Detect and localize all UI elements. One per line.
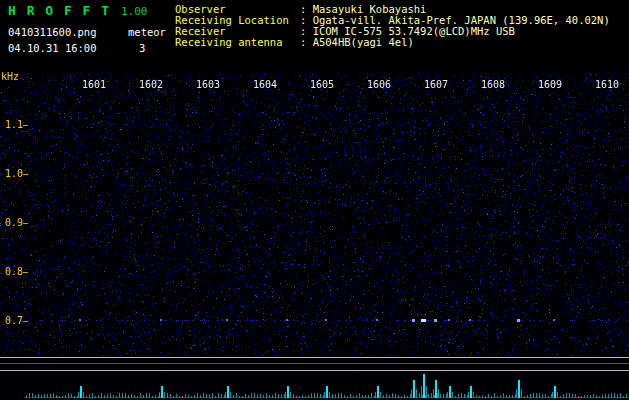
- app-version: 1.00: [121, 5, 148, 18]
- time-tick-label: 1609: [538, 79, 562, 90]
- freq-tick-label: 1.1: [5, 119, 23, 130]
- time-tick-label: 1601: [82, 79, 106, 90]
- output-filename: 0410311600.png: [8, 26, 97, 38]
- time-tick-label: 1605: [310, 79, 334, 90]
- time-tick-label: 1602: [139, 79, 163, 90]
- app-title: H R O F F T: [8, 3, 111, 18]
- info-label: Receiving antenna: [175, 37, 300, 48]
- hrofft-window: H R O F F T 1.00 0410311600.png meteor 0…: [0, 0, 629, 400]
- info-value: : A504HB(yagi 4el): [300, 36, 414, 48]
- freq-unit-label: kHz: [1, 71, 19, 82]
- freq-tick-label: 0.7: [5, 315, 23, 326]
- time-tick-label: 1607: [424, 79, 448, 90]
- spectrogram-canvas: [0, 70, 629, 400]
- time-tick-label: 1610: [595, 79, 619, 90]
- freq-tick-label: 1.0: [5, 168, 23, 179]
- info-row: Receiving antenna: A504HB(yagi 4el): [175, 37, 610, 48]
- time-tick-label: 1606: [367, 79, 391, 90]
- header-info: Observer: Masayuki KobayashiReceiving Lo…: [175, 4, 610, 48]
- time-tick-label: 1608: [481, 79, 505, 90]
- echo-count: 3: [139, 42, 145, 54]
- freq-tick-label: 0.8: [5, 266, 23, 277]
- time-tick-label: 1604: [253, 79, 277, 90]
- freq-tick-label: 0.9: [5, 217, 23, 228]
- mode-label: meteor: [128, 26, 166, 38]
- datetime-label: 04.10.31 16:00: [8, 42, 97, 54]
- time-tick-label: 1603: [196, 79, 220, 90]
